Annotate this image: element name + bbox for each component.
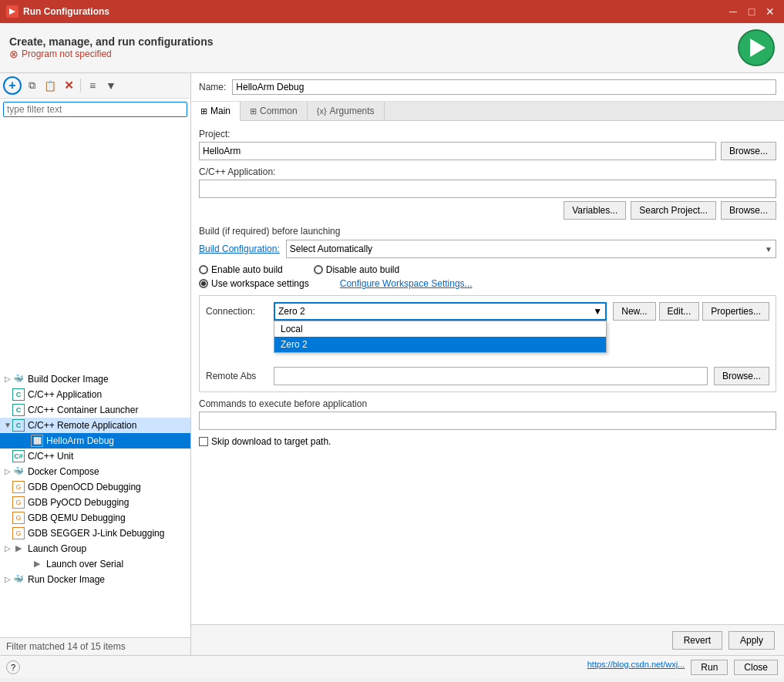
radio-enable-auto-build[interactable]: Enable auto build <box>199 264 283 275</box>
tree-item-cpp-unit[interactable]: C# C/C++ Unit <box>0 449 190 464</box>
new-config-button[interactable]: + <box>3 76 22 95</box>
cpp-app-row: C/C++ Application: Variables... Search P… <box>199 166 776 220</box>
tree-item-cpp-app[interactable]: C C/C++ Application <box>0 387 190 402</box>
remote-abs-label: Remote Abs <box>206 371 268 381</box>
header-area: Create, manage, and run configurations ⊗… <box>0 23 784 73</box>
run-button[interactable] <box>738 29 775 66</box>
expand-icon: ▷ <box>3 375 12 383</box>
tree-item-build-docker[interactable]: ▷ 🐳 Build Docker Image <box>0 371 190 387</box>
tree-label: Docker Compose <box>28 466 99 477</box>
gdb-icon: G <box>12 481 25 493</box>
maximize-button[interactable]: □ <box>744 4 759 19</box>
duplicate-button[interactable]: ⧉ <box>23 77 40 94</box>
dropdown-item-zero2[interactable]: Zero 2 <box>274 337 606 352</box>
docker-icon: 🐳 <box>12 373 25 385</box>
tree-item-launch-group[interactable]: ▷ ▶ Launch Group <box>0 541 190 556</box>
variables-button[interactable]: Variables... <box>564 201 626 220</box>
cpp-remote-icon: C <box>12 419 25 432</box>
tree-label: GDB OpenOCD Debugging <box>28 482 141 492</box>
header-status: ⊗ Program not specified <box>9 48 214 60</box>
radio-enable-circle <box>199 265 208 274</box>
cpp-app-input-row <box>199 180 776 198</box>
header-title: Create, manage, and run configurations <box>9 35 214 48</box>
dropdown-item-local[interactable]: Local <box>274 321 606 337</box>
tree-item-gdb-segger[interactable]: G GDB SEGGER J-Link Debugging <box>0 526 190 541</box>
skip-download-checkbox[interactable] <box>199 437 208 446</box>
new-connection-button[interactable]: New... <box>613 302 655 321</box>
tree-item-helloarm-debug[interactable]: ⬜ HelloArm Debug <box>0 433 190 449</box>
radio-disable-label: Disable auto build <box>326 264 399 275</box>
cpp-icon: C <box>12 388 25 401</box>
tab-arguments[interactable]: {x} Arguments <box>308 102 385 120</box>
tab-main[interactable]: ⊞ Main <box>191 102 241 121</box>
edit-connection-button[interactable]: Edit... <box>659 302 700 321</box>
commands-input[interactable] <box>199 412 776 430</box>
run-docker-icon: 🐳 <box>12 573 25 586</box>
content-area: Project: Browse... C/C++ Application: Va… <box>191 121 784 624</box>
window-title: Run Configurations <box>23 6 109 17</box>
build-config-link[interactable]: Build Configuration: <box>199 244 280 254</box>
export-button[interactable]: 📋 <box>42 77 59 94</box>
tree-item-docker-compose[interactable]: ▷ 🐳 Docker Compose <box>0 464 190 479</box>
radio-disable-auto-build[interactable]: Disable auto build <box>314 264 399 275</box>
connection-select[interactable]: Zero 2 ▼ <box>274 302 607 321</box>
tree-item-launch-serial[interactable]: ▶ Launch over Serial <box>0 556 190 572</box>
tree-item-gdb-qemu[interactable]: G GDB QEMU Debugging <box>0 510 190 526</box>
project-browse-button[interactable]: Browse... <box>721 142 776 160</box>
project-input-row: Browse... <box>199 142 776 160</box>
connection-section: Connection: Zero 2 ▼ Local Zero 2 New... <box>199 295 776 392</box>
args-tab-label: Arguments <box>330 106 375 116</box>
radio-enable-label: Enable auto build <box>211 264 283 275</box>
remote-abs-input[interactable] <box>274 367 708 385</box>
connection-arrow-icon: ▼ <box>593 306 602 317</box>
collapse-all-button[interactable]: ≡ <box>84 77 101 94</box>
search-project-button[interactable]: Search Project... <box>631 201 716 220</box>
app-icon <box>6 5 19 18</box>
filter-button[interactable]: ▼ <box>103 77 119 94</box>
tree-label: C/C++ Unit <box>28 451 73 462</box>
properties-button[interactable]: Properties... <box>702 302 769 321</box>
apply-button[interactable]: Apply <box>728 631 775 650</box>
remote-browse-button[interactable]: Browse... <box>714 367 769 385</box>
window-controls: ─ □ ✕ <box>725 4 778 19</box>
remote-abs-row: Remote Abs Browse... <box>206 367 769 385</box>
tree-label: C/C++ Container Launcher <box>28 405 138 415</box>
status-icon: ⊗ <box>9 48 19 60</box>
help-button[interactable]: ? <box>6 660 20 674</box>
run-footer-button[interactable]: Run <box>691 660 728 675</box>
cpp-app-input[interactable] <box>199 180 776 198</box>
tree-item-gdb-openocd[interactable]: G GDB OpenOCD Debugging <box>0 479 190 495</box>
cpp-container-icon: C <box>12 404 25 416</box>
delete-button[interactable]: ✕ <box>60 77 77 94</box>
filter-input-wrapper <box>3 102 187 367</box>
filter-input[interactable] <box>3 102 187 117</box>
project-input[interactable] <box>199 142 716 160</box>
tree-item-gdb-pyocd[interactable]: G GDB PyOCD Debugging <box>0 495 190 510</box>
tab-common[interactable]: ⊞ Common <box>241 102 308 120</box>
revert-button[interactable]: Revert <box>672 631 722 650</box>
tree-item-run-docker[interactable]: ▷ 🐳 Run Docker Image <box>0 572 190 587</box>
expand-icon: ▷ <box>3 575 12 583</box>
radio-row-2: Use workspace settings Configure Workspa… <box>199 278 776 289</box>
expand-icon: ▼ <box>3 421 12 429</box>
status-url[interactable]: https://blog.csdn.net/wxj... <box>587 660 685 675</box>
skip-download-row[interactable]: Skip download to target path. <box>199 436 776 447</box>
tree-item-cpp-container[interactable]: C C/C++ Container Launcher <box>0 402 190 418</box>
close-footer-button[interactable]: Close <box>734 660 778 675</box>
cpp-app-browse-button[interactable]: Browse... <box>721 201 776 220</box>
run-triangle-icon <box>750 39 765 57</box>
radio-workspace-circle <box>199 279 208 288</box>
cpp-unit-icon: C# <box>12 450 25 462</box>
radio-workspace-settings[interactable]: Use workspace settings <box>199 278 309 289</box>
tree-label: GDB SEGGER J-Link Debugging <box>28 528 164 539</box>
build-config-select[interactable]: Select Automatically ▼ <box>286 240 776 258</box>
tree-label: Launch Group <box>28 543 86 554</box>
name-input[interactable] <box>232 79 776 95</box>
tree-item-cpp-remote[interactable]: ▼ C C/C++ Remote Application <box>0 418 190 433</box>
build-config-value: Select Automatically <box>290 244 372 254</box>
configure-workspace-link[interactable]: Configure Workspace Settings... <box>340 278 473 289</box>
main-layout: + ⧉ 📋 ✕ ≡ ▼ ▷ 🐳 Build Docker Image C C/C… <box>0 73 784 655</box>
minimize-button[interactable]: ─ <box>725 4 741 19</box>
cpp-app-buttons-row: Variables... Search Project... Browse... <box>199 201 776 220</box>
close-button[interactable]: ✕ <box>762 4 778 19</box>
